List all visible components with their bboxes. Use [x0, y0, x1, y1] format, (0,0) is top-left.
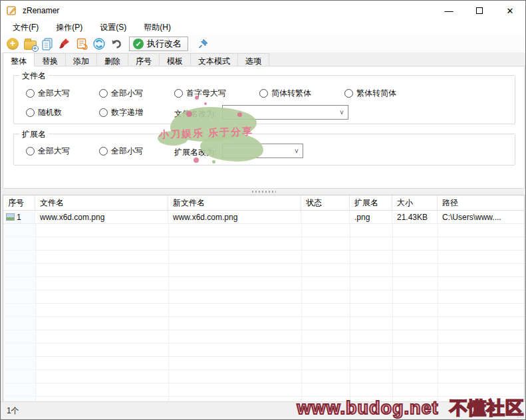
pin-button[interactable]	[195, 37, 212, 51]
radio-simplified-to-traditional[interactable]: 简体转繁体	[259, 88, 311, 99]
radio-icon	[26, 89, 35, 98]
radio-icon	[344, 89, 353, 98]
filename-groupbox: 文件名 全部大写 全部小写 首字母大写 简体转繁体 繁体转简体	[13, 75, 515, 124]
cell-status	[301, 211, 350, 223]
pushpin-icon	[197, 37, 210, 51]
radio-label: 全部小写	[111, 88, 143, 99]
file-list-button[interactable]	[39, 37, 56, 51]
add-folder-icon: +	[24, 41, 37, 50]
column-gridline	[301, 224, 302, 401]
radio-icon	[174, 89, 183, 98]
file-table: 序号 文件名 新文件名 状态 扩展名 大小 路径 1 www.x6d.com.p…	[3, 195, 525, 402]
menu-file[interactable]: 文件(F)	[6, 21, 45, 35]
radio-label: 随机数	[38, 107, 62, 118]
title-bar: zRenamer — ✕	[1, 1, 525, 21]
cell-extension: .png	[350, 211, 392, 223]
radio-label: 全部小写	[111, 146, 143, 157]
item-count: 1个	[7, 405, 19, 417]
column-gridline	[438, 224, 438, 401]
column-header-size[interactable]: 大小	[392, 195, 438, 210]
close-button[interactable]: ✕	[495, 1, 525, 21]
add-files-icon: +	[7, 38, 19, 50]
radio-filename-capitalize[interactable]: 首字母大写	[174, 88, 226, 99]
menu-bar: 文件(F) 操作(P) 设置(S) 帮助(H)	[1, 21, 525, 35]
maximize-button[interactable]	[464, 1, 495, 21]
column-header-index[interactable]: 序号	[3, 195, 35, 210]
table-header: 序号 文件名 新文件名 状态 扩展名 大小 路径	[3, 195, 524, 211]
execute-rename-label: 执行改名	[147, 38, 182, 50]
column-gridline	[392, 224, 393, 401]
tab-replace[interactable]: 替换	[35, 53, 66, 66]
filename-change-combobox[interactable]: ˅	[222, 105, 348, 120]
refresh-list-button[interactable]	[73, 37, 90, 51]
filename-change-label: 文件名改为:	[174, 108, 216, 120]
file-list-icon	[41, 37, 54, 51]
tab-whole[interactable]: 整体	[3, 52, 35, 66]
radio-label: 繁体转简体	[356, 88, 396, 99]
row-index: 1	[17, 213, 21, 222]
clear-list-button[interactable]	[56, 37, 73, 51]
column-header-new-filename[interactable]: 新文件名	[168, 195, 301, 210]
radio-icon	[99, 108, 108, 117]
tab-options[interactable]: 选项	[238, 53, 269, 66]
undo-button[interactable]	[108, 37, 125, 51]
column-header-extension[interactable]: 扩展名	[350, 195, 392, 210]
add-files-button[interactable]: +	[4, 37, 21, 51]
refresh-list-icon	[75, 37, 88, 51]
table-row[interactable]: 1 www.x6d.com.png www.x6d.com.png .png 2…	[3, 211, 524, 224]
radio-random-number[interactable]: 随机数	[26, 107, 62, 118]
radio-filename-uppercase[interactable]: 全部大写	[26, 88, 70, 99]
minimize-button[interactable]: —	[434, 1, 464, 21]
toolbar: + +	[1, 35, 525, 52]
radio-filename-lowercase[interactable]: 全部小写	[99, 88, 143, 99]
extension-groupbox: 扩展名 全部大写 全部小写 扩展名改为: ˅	[13, 134, 515, 165]
check-circle-icon: ✓	[133, 39, 144, 49]
cell-path: C:\Users\www....	[438, 211, 524, 223]
radio-label: 首字母大写	[186, 88, 226, 99]
chevron-down-icon: ˅	[336, 109, 348, 116]
radio-number-increment[interactable]: 数字递增	[99, 107, 143, 118]
radio-icon	[99, 147, 108, 156]
refresh-button[interactable]	[90, 37, 108, 51]
app-window: zRenamer — ✕ 文件(F) 操作(P) 设置(S) 帮助(H) + +	[0, 0, 526, 420]
tab-textmode[interactable]: 文本模式	[191, 53, 238, 66]
filename-group-title: 文件名	[19, 70, 49, 82]
radio-label: 数字递增	[111, 107, 143, 118]
extension-change-combobox[interactable]: ˅	[222, 144, 303, 158]
status-bar: 1个	[1, 401, 525, 419]
execute-rename-button[interactable]: ✓ 执行改名	[129, 37, 188, 51]
radio-label: 简体转繁体	[271, 88, 311, 99]
menu-operate[interactable]: 操作(P)	[49, 21, 89, 35]
image-thumbnail-icon	[6, 213, 15, 221]
radio-ext-uppercase[interactable]: 全部大写	[26, 146, 70, 157]
clear-brush-icon	[58, 37, 71, 51]
tab-template[interactable]: 模板	[160, 53, 191, 66]
app-logo-icon	[7, 5, 17, 16]
menu-settings[interactable]: 设置(S)	[93, 21, 133, 35]
undo-icon	[110, 37, 123, 51]
column-header-filename[interactable]: 文件名	[35, 195, 168, 210]
refresh-icon	[92, 37, 106, 51]
tab-add[interactable]: 添加	[66, 53, 97, 66]
resize-grip[interactable]	[517, 411, 523, 417]
window-title: zRenamer	[23, 6, 59, 15]
cell-size: 21.43KB	[392, 211, 438, 223]
column-gridline	[168, 224, 169, 401]
tab-number[interactable]: 序号	[128, 53, 160, 66]
column-header-status[interactable]: 状态	[301, 195, 350, 210]
maximize-icon	[476, 7, 483, 14]
radio-icon	[259, 89, 268, 98]
splitter-handle[interactable]	[252, 191, 276, 193]
column-header-path[interactable]: 路径	[438, 195, 524, 210]
table-empty-area	[3, 224, 524, 401]
menu-help[interactable]: 帮助(H)	[137, 21, 178, 35]
radio-traditional-to-simplified[interactable]: 繁体转简体	[344, 88, 396, 99]
extension-change-label: 扩展名改为:	[174, 147, 216, 158]
cell-filename: www.x6d.com.png	[35, 211, 168, 223]
radio-icon	[26, 108, 35, 117]
tab-delete[interactable]: 删除	[97, 53, 128, 66]
add-folder-button[interactable]: +	[21, 37, 39, 51]
tab-strip: 整体 替换 添加 删除 序号 模板 文本模式 选项	[3, 52, 269, 66]
radio-icon	[26, 147, 35, 156]
radio-ext-lowercase[interactable]: 全部小写	[99, 146, 143, 157]
